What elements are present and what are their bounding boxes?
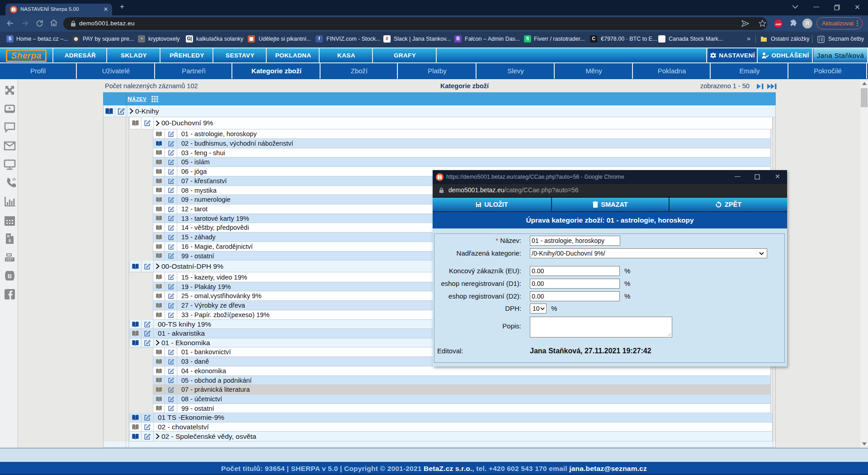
svg-text:ABP: ABP: [775, 23, 781, 26]
svg-text:B: B: [8, 273, 12, 280]
svg-text:$: $: [9, 238, 11, 243]
